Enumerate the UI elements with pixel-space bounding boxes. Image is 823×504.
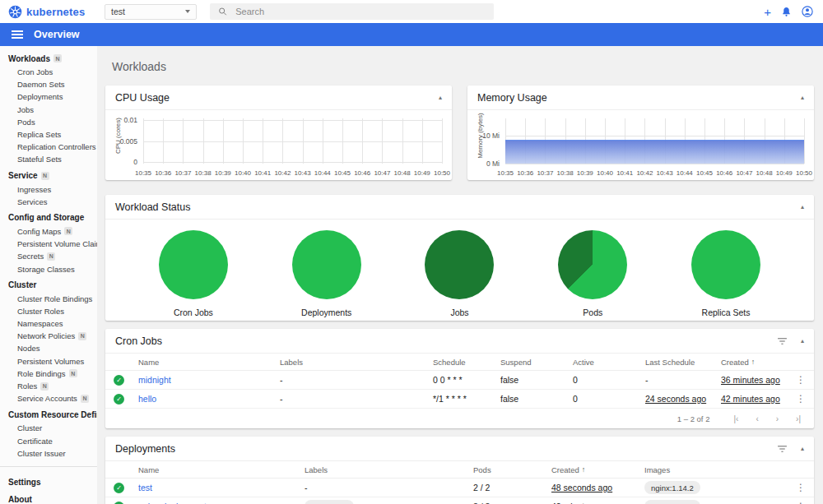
cron-jobs-card: Cron Jobs ▴ Name bbox=[105, 329, 814, 428]
x-tick-label: 10:36 bbox=[155, 169, 171, 177]
column-header[interactable]: Name bbox=[138, 358, 280, 367]
images-cell: nginx:1.14.2 bbox=[644, 500, 784, 504]
next-page-button[interactable]: › bbox=[776, 414, 779, 423]
caret-up-icon: ▴ bbox=[801, 337, 804, 344]
sidebar-item[interactable]: Cluster bbox=[0, 275, 97, 293]
sidebar-item[interactable]: Roles N bbox=[0, 380, 97, 392]
sidebar-item[interactable]: Persistent Volume Claims N bbox=[0, 238, 97, 250]
column-header[interactable]: Images bbox=[644, 465, 784, 474]
filter-button[interactable] bbox=[777, 337, 788, 345]
sidebar-item[interactable]: About bbox=[0, 490, 97, 504]
sidebar-item[interactable]: Config and Storage bbox=[0, 208, 97, 225]
column-header[interactable]: Name bbox=[138, 465, 305, 474]
sidebar-item[interactable]: Cluster Roles bbox=[0, 305, 97, 317]
sidebar-item[interactable]: Daemon Sets bbox=[0, 78, 97, 90]
column-header[interactable]: Labels bbox=[305, 465, 473, 474]
status-pie: Pods bbox=[539, 230, 646, 317]
user-menu-button[interactable] bbox=[802, 6, 813, 17]
pie-chart[interactable] bbox=[292, 230, 361, 299]
sidebar-item[interactable]: Services bbox=[0, 196, 97, 208]
collapse-button[interactable]: ▴ bbox=[801, 445, 804, 452]
sidebar-item[interactable]: Network Policies N bbox=[0, 330, 97, 342]
row-menu-button[interactable]: ⋮ bbox=[796, 374, 806, 386]
sidebar-item[interactable]: Replica Sets bbox=[0, 128, 97, 141]
sidebar-item[interactable]: Settings bbox=[0, 473, 97, 490]
sidebar-item[interactable]: Stateful Sets bbox=[0, 153, 97, 165]
sidebar-item[interactable]: Config Maps N bbox=[0, 225, 97, 238]
sidebar-item[interactable]: Persistent Volumes bbox=[0, 355, 97, 368]
menu-button[interactable] bbox=[12, 30, 23, 39]
sidebar-item-label: Daemon Sets bbox=[17, 80, 65, 89]
pie-chart[interactable] bbox=[159, 230, 228, 299]
cronjob-name-link[interactable]: midnight bbox=[138, 375, 280, 385]
row-menu-button[interactable]: ⋮ bbox=[796, 501, 806, 504]
x-tick-label: 10:39 bbox=[215, 169, 231, 177]
pie-chart[interactable] bbox=[691, 230, 760, 299]
sidebar-item[interactable]: Service Accounts N bbox=[0, 392, 97, 405]
y-gridline bbox=[505, 164, 804, 164]
sidebar-item[interactable]: Cluster Role Bindings bbox=[0, 293, 97, 305]
status-ok-icon: ✓ bbox=[114, 394, 124, 405]
column-header[interactable]: Created ↑ bbox=[551, 465, 644, 474]
last-page-button[interactable]: ›| bbox=[796, 414, 801, 423]
namespaced-badge: N bbox=[78, 332, 86, 340]
x-gridline bbox=[382, 118, 383, 164]
x-tick-label: 10:38 bbox=[195, 169, 212, 177]
status-pie: Cron Jobs bbox=[140, 230, 247, 317]
row-menu-button[interactable]: ⋮ bbox=[796, 482, 806, 493]
sidebar-item[interactable]: Pods bbox=[0, 116, 97, 128]
created-cell: 36 minutes ago bbox=[721, 375, 784, 385]
first-page-button[interactable]: |‹ bbox=[733, 414, 738, 423]
kubernetes-logo[interactable]: kubernetes bbox=[0, 5, 97, 19]
cronjob-name-link[interactable]: hello bbox=[138, 394, 280, 404]
sidebar-item-label: Persistent Volume Claims bbox=[17, 239, 97, 248]
filter-button[interactable] bbox=[777, 445, 788, 453]
sidebar-item[interactable]: Custom Resource Definitions bbox=[0, 405, 97, 422]
pie-chart[interactable] bbox=[558, 230, 627, 299]
sidebar-item[interactable]: Cron Jobs bbox=[0, 66, 97, 78]
create-resource-button[interactable]: + bbox=[764, 6, 771, 18]
sidebar-item[interactable]: Nodes bbox=[0, 342, 97, 354]
sidebar-item[interactable]: Namespaces bbox=[0, 317, 97, 330]
sidebar-item[interactable]: Ingresses bbox=[0, 183, 97, 196]
search-input[interactable] bbox=[235, 7, 486, 16]
sidebar-item[interactable]: Jobs bbox=[0, 104, 97, 116]
memory-chart: Memory (bytes) 10 Mi 0 Mi 10: bbox=[467, 110, 814, 180]
search-bar[interactable] bbox=[210, 3, 494, 20]
column-header-label: Created bbox=[551, 465, 579, 474]
column-header[interactable]: Active bbox=[573, 358, 645, 367]
namespace-select[interactable]: test bbox=[105, 4, 197, 20]
collapse-button[interactable]: ▴ bbox=[801, 337, 804, 344]
column-header[interactable]: Schedule bbox=[433, 358, 500, 367]
y-tick-label: 10 Mi bbox=[482, 132, 500, 140]
collapse-button[interactable]: ▴ bbox=[801, 203, 804, 210]
sidebar-item[interactable]: Cluster Issuer bbox=[0, 447, 97, 460]
previous-page-button[interactable]: ‹ bbox=[756, 414, 758, 423]
sort-up-icon: ↑ bbox=[751, 358, 756, 366]
column-header[interactable]: Labels bbox=[280, 358, 433, 367]
x-tick-label: 10:47 bbox=[374, 169, 390, 177]
notifications-button[interactable] bbox=[781, 7, 792, 17]
collapse-button[interactable]: ▴ bbox=[439, 94, 442, 101]
card-header: CPU Usage ▴ bbox=[105, 86, 452, 110]
column-header[interactable]: Pods bbox=[473, 465, 551, 474]
column-header[interactable]: Last Schedule bbox=[645, 358, 721, 367]
sidebar-item[interactable]: Certificate bbox=[0, 435, 97, 447]
y-tick-label: 0 bbox=[133, 158, 137, 166]
sidebar-item[interactable]: Deployments bbox=[0, 90, 97, 103]
column-header[interactable]: Suspend bbox=[500, 358, 573, 367]
sidebar-item[interactable]: Secrets N bbox=[0, 250, 97, 262]
sidebar-item-label: Custom Resource Definitions bbox=[8, 410, 97, 419]
namespaced-badge: N bbox=[47, 252, 55, 261]
sidebar-item[interactable]: Service N bbox=[0, 166, 97, 183]
pie-chart[interactable] bbox=[425, 230, 494, 299]
row-menu-button[interactable]: ⋮ bbox=[796, 393, 806, 405]
sidebar-item[interactable]: Role Bindings N bbox=[0, 368, 97, 380]
sidebar-item[interactable]: Replication Controllers bbox=[0, 141, 97, 153]
collapse-button[interactable]: ▴ bbox=[801, 94, 804, 101]
deployment-name-link[interactable]: test bbox=[138, 483, 305, 492]
sidebar-item[interactable]: Storage Classes bbox=[0, 262, 97, 275]
sidebar-item[interactable]: Workloads N bbox=[0, 49, 97, 66]
column-header[interactable]: Created ↑ bbox=[721, 358, 784, 367]
sidebar-item[interactable]: Cluster bbox=[0, 422, 97, 434]
